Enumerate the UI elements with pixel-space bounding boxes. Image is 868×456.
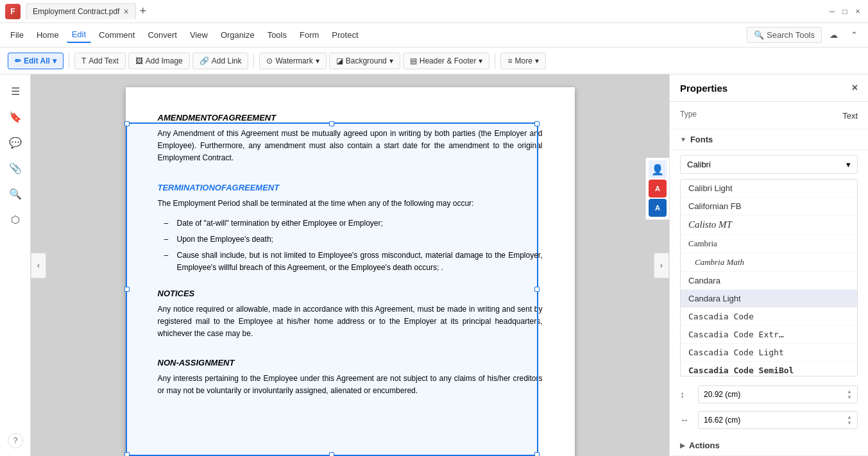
font-item-calibri-light[interactable]: Calibri Light — [681, 180, 857, 198]
word-button[interactable]: A — [649, 199, 667, 217]
menu-convert[interactable]: Convert — [142, 28, 182, 42]
background-button[interactable]: ◪ Background ▾ — [329, 53, 400, 69]
add-link-icon: 🔗 — [200, 56, 209, 65]
selection-handle-bottom-left[interactable] — [124, 452, 130, 456]
section-title-nonassignment: NON-ASSIGNMENT — [158, 358, 543, 367]
add-image-button[interactable]: 🖼 Add Image — [128, 53, 190, 69]
nav-previous-button[interactable]: ‹ — [31, 253, 46, 278]
collapse-button[interactable]: ⌃ — [846, 28, 863, 42]
help-button[interactable]: ? — [8, 433, 23, 448]
window-controls: ─ □ × — [827, 6, 863, 17]
tab[interactable]: Employment Contract.pdf × — [26, 3, 136, 19]
height-value: 20.92 (cm) — [704, 390, 740, 399]
font-selected-label: Calibri — [687, 160, 711, 169]
selection-handle-bottom-right[interactable] — [534, 452, 540, 456]
actions-collapse-arrow: ▶ — [680, 442, 685, 449]
list-item-termination-1: Date of "at-will" termination by either … — [158, 217, 543, 230]
more-icon: ≡ — [507, 56, 512, 65]
app-icon: F — [5, 4, 21, 19]
sidebar-item-pages[interactable]: ☰ — [4, 80, 27, 103]
font-item-cascadia-code-semibold[interactable]: Cascadia Code SemiBol — [681, 362, 857, 376]
watermark-dropdown-icon: ▾ — [316, 56, 319, 65]
font-list[interactable]: Calibri Light Californian FB Calisto MT … — [680, 179, 858, 376]
section-body-amendment: Any Amendment of this Agreement must be … — [158, 128, 543, 165]
tab-close-icon[interactable]: × — [123, 6, 128, 17]
edit-all-dropdown-icon: ▾ — [53, 56, 56, 65]
width-spinner[interactable]: ▲▼ — [847, 414, 852, 426]
selection-handle-top-left[interactable] — [124, 121, 130, 126]
font-item-candara-light[interactable]: Candara Light — [681, 290, 857, 308]
font-item-candara[interactable]: Candara — [681, 272, 857, 290]
font-selector[interactable]: Calibri ▾ — [680, 155, 858, 174]
edit-icon: ✏ — [15, 56, 21, 65]
height-input[interactable]: 20.92 (cm) ▲▼ — [698, 385, 858, 403]
search-tools-label: Search Tools — [767, 30, 815, 40]
font-dropdown-arrow: ▾ — [846, 160, 851, 169]
menu-file[interactable]: File — [5, 28, 29, 42]
selection-handle-left[interactable] — [124, 287, 130, 292]
cloud-sync-button[interactable]: ☁ — [824, 28, 843, 42]
menu-comment[interactable]: Comment — [94, 28, 140, 42]
sidebar-item-layers[interactable]: ⬡ — [4, 208, 27, 231]
new-tab-button[interactable]: + — [140, 4, 147, 18]
sidebar-item-comments[interactable]: 💬 — [4, 131, 27, 154]
add-text-button[interactable]: T Add Text — [74, 53, 126, 69]
font-item-cascadia-code-light[interactable]: Cascadia Code Light — [681, 344, 857, 362]
edit-all-button[interactable]: ✏ Edit All ▾ — [8, 53, 64, 69]
type-label: Type — [680, 110, 697, 119]
menu-protect[interactable]: Protect — [327, 28, 363, 42]
minimize-button[interactable]: ─ — [827, 6, 837, 17]
maximize-button[interactable]: □ — [840, 6, 850, 17]
sidebar-left: ☰ 🔖 💬 📎 🔍 ⬡ ? — [0, 74, 31, 456]
width-input[interactable]: 16.62 (cm) ▲▼ — [698, 411, 858, 429]
add-link-button[interactable]: 🔗 Add Link — [192, 53, 249, 69]
menu-edit[interactable]: Edit — [67, 27, 91, 43]
list-item-termination-3: Cause shall include, but is not limited … — [158, 249, 543, 274]
menu-home[interactable]: Home — [31, 28, 64, 42]
section-title-termination: TERMINATIONOFAGREEMENT — [158, 183, 543, 192]
close-window-button[interactable]: × — [853, 6, 863, 17]
header-footer-label: Header & Footer — [420, 56, 477, 65]
right-arrow-icon: › — [660, 260, 663, 270]
watermark-button[interactable]: ⊙ Watermark ▾ — [259, 53, 326, 69]
panel-close-button[interactable]: × — [852, 82, 858, 94]
selection-handle-bottom[interactable] — [329, 452, 334, 456]
search-tools-button[interactable]: 🔍 Search Tools — [747, 27, 822, 43]
floating-panel-icons: 👤 A A — [645, 158, 669, 220]
section-body-nonassignment: Any interests pertaining to the Employee… — [158, 373, 543, 397]
add-image-label: Add Image — [146, 56, 183, 65]
ai-button[interactable]: A — [649, 180, 667, 198]
menu-form[interactable]: Form — [294, 28, 324, 42]
font-item-cambria-math[interactable]: Cambria Math — [681, 253, 857, 272]
font-item-cascadia-code[interactable]: Cascadia Code — [681, 308, 857, 326]
menu-view[interactable]: View — [185, 28, 213, 42]
nav-next-button[interactable]: › — [654, 253, 669, 278]
header-footer-button[interactable]: ▤ Header & Footer ▾ — [403, 53, 490, 69]
menu-tools[interactable]: Tools — [262, 28, 292, 42]
header-footer-icon: ▤ — [410, 56, 417, 65]
toolbar: ✏ Edit All ▾ T Add Text 🖼 Add Image 🔗 Ad… — [0, 47, 868, 74]
sidebar-item-attachments[interactable]: 📎 — [4, 156, 27, 180]
add-image-icon: 🖼 — [135, 56, 143, 65]
section-body-notices: Any notice required or allowable, made i… — [158, 303, 543, 341]
width-dimension-row: ↔ 16.62 (cm) ▲▼ — [670, 407, 868, 433]
actions-section-header[interactable]: ▶ Actions — [670, 435, 868, 456]
height-dimension-row: ↕ 20.92 (cm) ▲▼ — [670, 382, 868, 407]
sidebar-item-search[interactable]: 🔍 — [4, 182, 27, 205]
font-item-calisto-mt[interactable]: Calisto MT — [681, 215, 857, 235]
menu-organize[interactable]: Organize — [216, 28, 260, 42]
font-item-cambria[interactable]: Cambria — [681, 235, 857, 253]
width-icon: ↔ — [680, 415, 693, 425]
font-item-cascadia-code-extra[interactable]: Cascadia Code Extr… — [681, 326, 857, 344]
fonts-section-header[interactable]: ▼ Fonts — [670, 130, 868, 150]
left-arrow-icon: ‹ — [37, 260, 40, 270]
watermark-label: Watermark — [275, 56, 312, 65]
tab-title: Employment Contract.pdf — [33, 7, 119, 16]
height-spinner[interactable]: ▲▼ — [847, 389, 852, 400]
content-area[interactable]: AMENDMENTOFAGREEMENT Any Amendment of th… — [31, 74, 669, 456]
more-button[interactable]: ≡ More ▾ — [500, 53, 545, 69]
pdf-page: AMENDMENTOFAGREEMENT Any Amendment of th… — [126, 87, 575, 456]
font-item-californian-fb[interactable]: Californian FB — [681, 198, 857, 215]
sidebar-item-bookmarks[interactable]: 🔖 — [4, 105, 27, 128]
user-icon-button[interactable]: 👤 — [649, 160, 667, 178]
